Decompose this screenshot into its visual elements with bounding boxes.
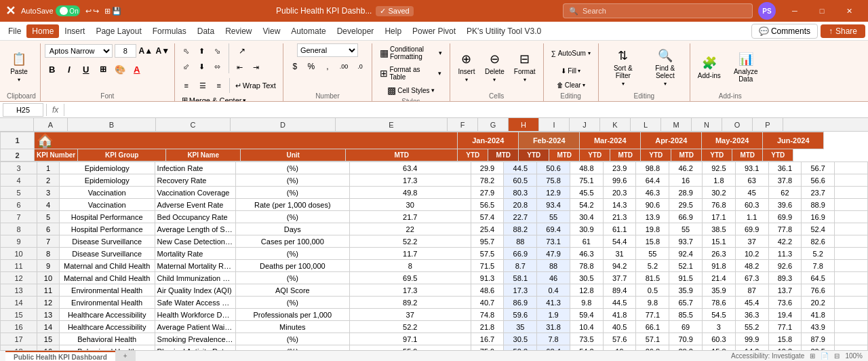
col-header-b[interactable]: B: [68, 118, 156, 131]
align-right-button[interactable]: ≡: [212, 78, 226, 93]
menu-developer[interactable]: Developer: [332, 24, 380, 38]
formula-input[interactable]: [67, 103, 865, 117]
align-bottom-center[interactable]: ⬇: [195, 59, 210, 74]
table-row[interactable]: 53VaccinationVaccination Coverage(%)49.8…: [1, 187, 868, 199]
table-row[interactable]: 119Maternal and Child HealthMaternal Mor…: [1, 260, 868, 272]
italic-button[interactable]: I: [62, 62, 77, 77]
view-pagebreak-button[interactable]: ⊟: [834, 352, 840, 360]
font-color-button[interactable]: A: [130, 62, 144, 77]
paste-button[interactable]: 📋 Paste ▾: [7, 48, 31, 87]
col-header-a[interactable]: A: [34, 118, 68, 131]
increase-indent-button[interactable]: ⇥: [249, 60, 264, 75]
table-row[interactable]: 97Disease SurveillanceNew Case Detection…: [1, 235, 868, 248]
share-button[interactable]: ↑ Share: [821, 24, 865, 38]
view-page-button[interactable]: 📄: [821, 352, 829, 360]
col-header-k[interactable]: K: [600, 118, 631, 131]
menu-file[interactable]: File: [3, 24, 26, 38]
currency-button[interactable]: $: [288, 59, 302, 74]
col-header-p[interactable]: P: [753, 118, 783, 131]
number-format-select[interactable]: General: [297, 43, 358, 57]
increase-decimal-button[interactable]: .00: [336, 59, 351, 74]
format-cells-button[interactable]: ⊟ Format ▾: [511, 48, 539, 87]
col-header-i[interactable]: I: [539, 118, 570, 131]
view-normal-button[interactable]: ⊞: [810, 352, 815, 360]
col-header-g[interactable]: G: [478, 118, 509, 131]
table-row[interactable]: 1614Healthcare AccessibilityAverage Pati…: [1, 321, 868, 333]
table-row[interactable]: 1311Environmental HealthAir Quality Inde…: [1, 284, 868, 297]
menu-review[interactable]: Review: [220, 24, 257, 38]
autosum-button[interactable]: ∑AutoSum▾: [548, 43, 594, 62]
fill-color-button[interactable]: 🎨: [113, 62, 127, 77]
font-size-input[interactable]: [115, 44, 136, 58]
table-row[interactable]: 1412Environmental HealthSafe Water Acces…: [1, 297, 868, 309]
table-row[interactable]: 64VaccinationAdverse Event RateRate (per…: [1, 199, 868, 211]
sort-filter-button[interactable]: ⇅ Sort & Filter ▾: [603, 48, 644, 87]
col-header-j[interactable]: J: [570, 118, 600, 131]
toolbar-redo[interactable]: ↪: [93, 7, 99, 16]
align-bottom-left[interactable]: ⬃: [179, 59, 194, 74]
insert-cells-button[interactable]: ⊕ Insert ▾: [454, 48, 479, 87]
close-button[interactable]: ✕: [835, 7, 863, 16]
table-row[interactable]: 86Hospital PerformanceAverage Length of …: [1, 223, 868, 235]
table-row[interactable]: 42EpidemiologyRecovery Rate(%)17.378.260…: [1, 174, 868, 187]
align-bottom-right[interactable]: ⬄: [210, 59, 225, 74]
find-select-button[interactable]: 🔍 Find & Select ▾: [645, 48, 686, 87]
analyze-data-button[interactable]: 📊 Analyze Data: [726, 48, 766, 87]
sheet-tab-active[interactable]: Public Health KPI Dashboard: [5, 351, 115, 362]
col-header-l[interactable]: L: [631, 118, 661, 131]
menu-data[interactable]: Data: [192, 24, 220, 38]
menu-formulas[interactable]: Formulas: [147, 24, 192, 38]
menu-automate[interactable]: Automate: [285, 24, 331, 38]
percent-button[interactable]: %: [304, 59, 319, 74]
table-row[interactable]: 31EpidemiologyInfection Rate(%)63.429.94…: [1, 162, 868, 174]
table-row[interactable]: 1513Healthcare AccessibilityHealth Workf…: [1, 309, 868, 321]
clear-button[interactable]: 🗑Clear▾: [553, 79, 589, 91]
table-row[interactable]: 75Hospital PerformanceBed Occupancy Rate…: [1, 211, 868, 223]
toolbar-undo[interactable]: ↩: [85, 7, 92, 16]
menu-insert[interactable]: Insert: [59, 24, 90, 38]
increase-font-button[interactable]: A▲: [138, 43, 153, 58]
cell-reference-box[interactable]: [3, 103, 43, 117]
underline-button[interactable]: U: [79, 62, 94, 77]
comments-button[interactable]: 💬 Comments: [751, 24, 818, 39]
add-sheet-button[interactable]: +: [115, 351, 136, 362]
toolbar-grid[interactable]: ⊞: [104, 7, 111, 16]
table-row[interactable]: 1210Maternal and Child HealthChild Immun…: [1, 272, 868, 284]
decrease-font-button[interactable]: A▼: [155, 43, 170, 58]
col-header-m[interactable]: M: [661, 118, 692, 131]
minimize-button[interactable]: ─: [781, 7, 808, 15]
align-top-left[interactable]: ⬁: [179, 43, 194, 58]
align-top-right[interactable]: ⬂: [210, 43, 225, 58]
cell-styles-button[interactable]: ▩Cell Styles▾: [384, 84, 437, 96]
bold-button[interactable]: B: [45, 62, 60, 77]
menu-view[interactable]: View: [258, 24, 286, 38]
menu-powerpivot[interactable]: Power Pivot: [407, 24, 461, 38]
menu-home[interactable]: Home: [26, 24, 59, 38]
menu-pkutility[interactable]: PK's Utility Tool V3.0: [461, 24, 547, 38]
menu-pagelayout[interactable]: Page Layout: [90, 24, 146, 38]
col-header-n[interactable]: N: [692, 118, 722, 131]
add-ins-button[interactable]: 🧩 Add-ins: [694, 48, 724, 87]
col-header-c[interactable]: C: [156, 118, 231, 131]
merge-center-button[interactable]: ⊞Merge & Center▾: [179, 96, 250, 102]
wrap-text-button[interactable]: ↵Wrap Text: [233, 78, 279, 93]
comma-button[interactable]: ,: [320, 59, 335, 74]
col-header-d[interactable]: D: [231, 118, 336, 131]
border-button[interactable]: ⊞: [96, 62, 111, 77]
table-row[interactable]: 1816Behavioral HealthPhysical Activity R…: [1, 345, 868, 351]
align-top-center[interactable]: ⬆: [195, 43, 210, 58]
font-name-select[interactable]: Aptos Narrow: [45, 44, 113, 58]
toolbar-autosave2[interactable]: 💾: [112, 7, 121, 16]
decrease-decimal-button[interactable]: .0: [353, 59, 368, 74]
grid-container[interactable]: 1 🏠 Jan-2024 Feb-2024 Mar-2024 Apr-2024 …: [0, 132, 868, 350]
text-direction-button[interactable]: ↗: [233, 43, 252, 58]
col-header-o[interactable]: O: [722, 118, 753, 131]
decrease-indent-button[interactable]: ⇤: [233, 60, 248, 75]
col-header-h[interactable]: H: [509, 118, 539, 131]
autosave-toggle[interactable]: On: [56, 5, 80, 16]
table-row[interactable]: 1715Behavioral HealthSmoking Prevalence …: [1, 333, 868, 345]
menu-help[interactable]: Help: [379, 24, 407, 38]
format-as-table-button[interactable]: ⊞Format as Table▾: [376, 64, 445, 83]
user-avatar[interactable]: PS: [758, 2, 776, 20]
col-header-f[interactable]: F: [448, 118, 478, 131]
